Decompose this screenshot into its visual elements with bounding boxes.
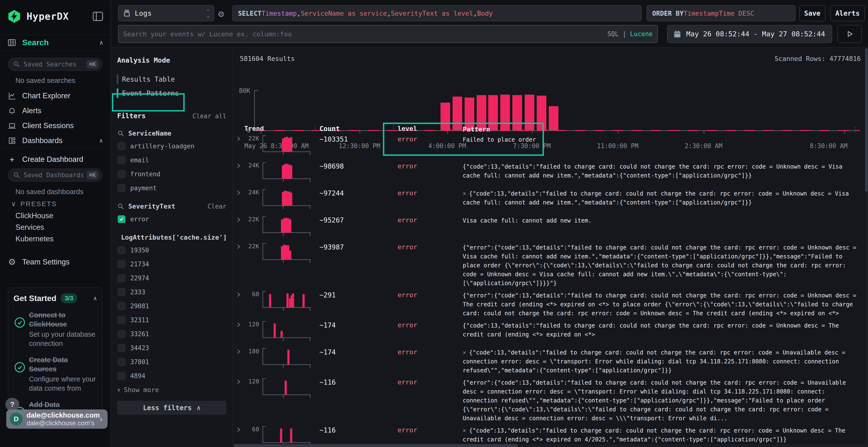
horizontal-scrollbar[interactable]: [234, 444, 865, 447]
drag-handle-icon[interactable]: ⋮: [312, 124, 318, 132]
filter-checkbox-error[interactable]: error: [117, 214, 226, 224]
filter-checkbox-4894[interactable]: 4894: [117, 371, 226, 381]
sidebar-item-alerts[interactable]: Alerts: [0, 105, 111, 117]
query-language-toggle[interactable]: SQL | Lucene: [607, 30, 653, 38]
presets-section[interactable]: ∨PRESETS: [11, 200, 57, 208]
help-button[interactable]: ?: [5, 398, 19, 411]
checkbox[interactable]: [118, 215, 125, 223]
chevron-up-icon[interactable]: ∧: [94, 295, 97, 302]
pattern-row[interactable]: 120~116error{"error":{"code":13,"details…: [234, 377, 865, 423]
filter-checkbox-payment[interactable]: payment: [117, 183, 226, 193]
checkbox[interactable]: [118, 184, 125, 192]
saved-dashboards-field[interactable]: [24, 171, 87, 179]
create-dashboard-button[interactable]: + Create Dashboard: [0, 153, 111, 166]
expand-row-icon[interactable]: [236, 244, 241, 249]
pattern-row[interactable]: 22K~95267errorVisa cache full: cannot ad…: [234, 215, 865, 240]
checkbox[interactable]: [118, 372, 125, 380]
user-menu[interactable]: D dale@clickhouse.com dale@clickhouse.co…: [6, 409, 107, 429]
sidebar-item-dashboards[interactable]: Dashboards ∧: [0, 134, 111, 147]
checkbox[interactable]: [118, 156, 125, 164]
run-query-button[interactable]: [838, 25, 862, 43]
lucene-mode[interactable]: Lucene: [630, 30, 653, 38]
checkbox[interactable]: [118, 344, 125, 352]
event-search-input[interactable]: [123, 30, 607, 38]
pattern-row[interactable]: 24K~97244error×{"code":13,"details":"fai…: [234, 188, 865, 213]
clear-filter-link[interactable]: Clear: [208, 203, 226, 210]
sidebar-item-chart-explorer[interactable]: Chart Explorer: [0, 90, 111, 102]
filter-checkbox-21734[interactable]: 21734: [117, 260, 226, 269]
pattern-row[interactable]: 24K~98698error{"code":13,"details":"fail…: [234, 161, 865, 186]
analysis-option-results-table[interactable]: Results Table: [117, 74, 226, 84]
pattern-row[interactable]: 120~174error{"code":13,"details":"failed…: [234, 320, 865, 345]
pattern-row[interactable]: 22K~103351errorFailed to place order: [234, 134, 865, 159]
filter-checkbox-29081[interactable]: 29081: [117, 301, 226, 311]
filter-checkbox-artillery-loadgen[interactable]: artillery-loadgen: [117, 141, 226, 151]
less-filters-button[interactable]: Less filters∧: [117, 401, 226, 415]
select-clause-input[interactable]: SELECT Timestamp, ServiceName as service…: [232, 5, 642, 21]
drag-handle-icon[interactable]: ⋮: [456, 124, 462, 133]
col-header-trend[interactable]: Trend: [244, 123, 319, 132]
filter-checkbox-22974[interactable]: 22974: [117, 273, 226, 283]
save-button[interactable]: Save: [799, 5, 825, 21]
expand-row-icon[interactable]: [236, 349, 241, 354]
pattern-row[interactable]: 60~116error×{"code":13,"details":"failed…: [234, 425, 865, 445]
checkbox[interactable]: [118, 358, 125, 366]
expand-row-icon[interactable]: [236, 322, 241, 328]
sidebar-item-team-settings[interactable]: ⚙ Team Settings: [0, 256, 111, 268]
clear-all-filters-link[interactable]: Clear all: [192, 112, 226, 120]
checkbox[interactable]: [118, 246, 125, 254]
sidebar-item-clickhouse[interactable]: ClickHouse: [16, 211, 53, 220]
event-search-bar[interactable]: SQL | Lucene: [118, 25, 658, 43]
sidebar-item-client-sessions[interactable]: Client Sessions: [0, 119, 111, 132]
source-select[interactable]: Logs ⌃⌄: [118, 5, 214, 21]
expand-row-icon[interactable]: [236, 136, 241, 142]
date-range-picker[interactable]: May 26 08:52:44 - May 27 08:52:44: [667, 25, 832, 43]
pattern-row[interactable]: 180~174error×{"code":13,"details":"faile…: [234, 347, 865, 375]
checkbox[interactable]: [118, 142, 125, 150]
filter-checkbox-email[interactable]: email: [117, 156, 226, 165]
saved-searches-input[interactable]: ⌘K: [8, 58, 102, 71]
col-header-level[interactable]: ⋮level: [398, 123, 463, 132]
filter-checkbox-33261[interactable]: 33261: [117, 329, 226, 339]
checkbox[interactable]: [118, 274, 125, 282]
filter-checkbox-37801[interactable]: 37801: [117, 357, 226, 367]
filter-checkbox-34423[interactable]: 34423: [117, 343, 226, 353]
show-more-link[interactable]: ∨Show more: [117, 386, 226, 393]
expand-row-icon[interactable]: [236, 163, 241, 169]
col-header-count[interactable]: ⋮Count: [319, 123, 398, 133]
sidebar-item-search[interactable]: Search ∧: [0, 35, 111, 50]
order-by-input[interactable]: ORDER BY TimestampTime DESC: [647, 5, 796, 21]
checkbox[interactable]: [118, 288, 125, 296]
expand-row-icon[interactable]: [236, 291, 241, 298]
checkbox[interactable]: [118, 170, 125, 178]
checkbox[interactable]: [118, 260, 125, 268]
column-menu-icon[interactable]: ⋮: [852, 125, 862, 134]
col-header-pattern[interactable]: ⋮Pattern⋮: [463, 123, 865, 134]
sidebar-item-services[interactable]: Services: [16, 223, 44, 232]
vertical-scrollbar[interactable]: [865, 48, 868, 447]
chevron-up-icon[interactable]: ∧: [99, 39, 103, 46]
checkbox[interactable]: [118, 302, 125, 310]
sql-mode[interactable]: SQL: [607, 30, 619, 38]
analysis-option-event-patterns[interactable]: Event Patterns: [117, 88, 226, 99]
pattern-row[interactable]: 60~291error{"error":{"code":13,"details"…: [234, 290, 865, 318]
filter-checkbox-32311[interactable]: 32311: [117, 315, 226, 325]
expand-row-icon[interactable]: [236, 217, 241, 222]
filter-checkbox-frontend[interactable]: frontend: [117, 169, 226, 179]
source-settings-gear-icon[interactable]: ⚙: [218, 8, 224, 19]
filter-checkbox-2333[interactable]: 2333: [117, 287, 226, 297]
get-started-item[interactable]: Connect to ClickHouseSet up your databas…: [13, 310, 97, 348]
filter-checkbox-19350[interactable]: 19350: [117, 245, 226, 255]
expand-row-icon[interactable]: [236, 190, 241, 196]
expand-row-icon[interactable]: [236, 427, 241, 433]
pattern-row[interactable]: 22K~93987error{"error":{"code":13,"detai…: [234, 242, 865, 288]
collapse-sidebar-icon[interactable]: [92, 10, 104, 23]
sidebar-item-kubernetes[interactable]: Kubernetes: [16, 235, 54, 243]
saved-searches-field[interactable]: [24, 61, 87, 68]
alerts-button[interactable]: Alerts: [830, 5, 865, 21]
chevron-up-icon[interactable]: ∧: [99, 137, 103, 144]
expand-row-icon[interactable]: [236, 379, 241, 385]
checkbox[interactable]: [118, 330, 125, 338]
drag-handle-icon[interactable]: ⋮: [390, 124, 397, 132]
get-started-item[interactable]: Create Data SourcesConfigure where your …: [13, 355, 97, 393]
